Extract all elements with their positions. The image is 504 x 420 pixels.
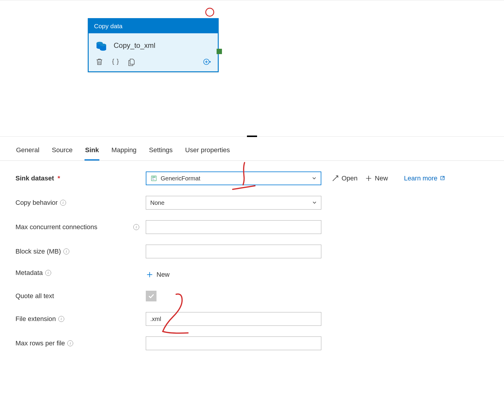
info-icon[interactable]: i: [58, 316, 64, 322]
info-icon[interactable]: i: [63, 248, 69, 254]
copy-icon[interactable]: [127, 58, 136, 66]
max-rows-label: Max rows per file i: [15, 339, 129, 347]
info-icon[interactable]: i: [60, 200, 66, 206]
copy-behavior-dropdown[interactable]: None: [146, 196, 321, 210]
chevron-down-icon: [312, 175, 317, 182]
copy-behavior-label: Copy behavior i: [15, 199, 129, 207]
metadata-new-button[interactable]: New: [146, 271, 170, 279]
panel-resize-handle[interactable]: [247, 136, 257, 137]
learn-more-link[interactable]: Learn more: [404, 174, 446, 182]
sink-dataset-label: Sink dataset*: [15, 174, 129, 182]
block-size-input[interactable]: [146, 245, 321, 258]
quote-all-checkbox[interactable]: [146, 291, 156, 301]
tab-sink[interactable]: Sink: [84, 143, 99, 161]
output-connector[interactable]: [217, 49, 222, 54]
quote-all-label: Quote all text: [15, 292, 129, 300]
sink-form: Sink dataset* GenericFormat Open New: [0, 161, 504, 372]
tab-mapping[interactable]: Mapping: [111, 143, 137, 161]
activity-type-label: Copy data: [89, 19, 218, 33]
tab-user-properties[interactable]: User properties: [184, 143, 230, 161]
new-dataset-button[interactable]: New: [365, 174, 388, 182]
tab-bar: General Source Sink Mapping Settings Use…: [0, 137, 504, 161]
svg-point-3: [100, 44, 106, 46]
svg-rect-6: [152, 177, 156, 178]
database-copy-icon: [95, 39, 108, 52]
max-rows-input[interactable]: [146, 336, 321, 350]
metadata-label: Metadata i: [15, 269, 129, 277]
max-concurrent-input[interactable]: [146, 220, 321, 234]
file-extension-label: File extension i: [15, 315, 129, 323]
max-concurrent-label: Max concurrent connections: [15, 223, 120, 231]
chevron-down-icon: [312, 199, 317, 206]
copy-behavior-value: None: [150, 199, 165, 206]
tab-settings[interactable]: Settings: [148, 143, 173, 161]
braces-icon[interactable]: [111, 58, 120, 66]
block-size-label: Block size (MB) i: [15, 248, 129, 255]
file-extension-input[interactable]: [146, 312, 321, 326]
info-icon[interactable]: i: [45, 270, 51, 276]
svg-rect-5: [151, 176, 156, 181]
annotation-circle: [205, 8, 214, 17]
sink-dataset-value: GenericFormat: [161, 175, 200, 182]
pipeline-canvas[interactable]: Copy data Copy_to_xml: [0, 0, 504, 137]
tab-general[interactable]: General: [15, 143, 40, 161]
delete-icon[interactable]: [95, 58, 104, 66]
dataset-file-icon: [151, 175, 157, 182]
info-icon[interactable]: i: [67, 340, 73, 346]
activity-node-copy-data[interactable]: Copy data Copy_to_xml: [88, 18, 219, 72]
svg-rect-7: [152, 178, 154, 179]
tab-source[interactable]: Source: [51, 143, 73, 161]
sink-dataset-dropdown[interactable]: GenericFormat: [146, 172, 321, 185]
add-output-icon[interactable]: [203, 58, 211, 66]
open-dataset-button[interactable]: Open: [331, 174, 358, 182]
svg-rect-8: [152, 179, 154, 180]
activity-name: Copy_to_xml: [114, 41, 155, 50]
